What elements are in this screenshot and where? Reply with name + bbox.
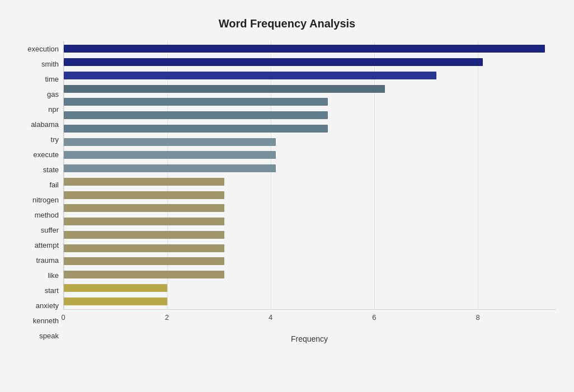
bar-row bbox=[64, 108, 556, 122]
bar bbox=[64, 151, 276, 159]
chart-title: Word Frequency Analysis bbox=[18, 17, 556, 30]
y-label: try bbox=[18, 132, 59, 147]
y-axis: executionsmithtimegasnpralabamatryexecut… bbox=[18, 41, 63, 343]
bar bbox=[64, 138, 276, 146]
bar bbox=[64, 231, 224, 239]
bar-row bbox=[64, 122, 556, 135]
y-label: trauma bbox=[18, 253, 59, 268]
bar-row bbox=[64, 242, 556, 255]
bar bbox=[64, 191, 224, 199]
x-tick: 6 bbox=[372, 313, 376, 322]
bar bbox=[64, 85, 385, 93]
x-axis-label: Frequency bbox=[63, 334, 556, 343]
y-label: state bbox=[18, 162, 59, 177]
chart-area: executionsmithtimegasnpralabamatryexecut… bbox=[18, 41, 556, 343]
bar bbox=[64, 257, 224, 265]
bar-row bbox=[64, 281, 556, 295]
bars-inner bbox=[64, 41, 556, 309]
y-label: time bbox=[18, 72, 59, 87]
chart-container: Word Frequency Analysis executionsmithti… bbox=[7, 6, 567, 386]
y-label: alabama bbox=[18, 117, 59, 132]
bar bbox=[64, 204, 224, 212]
x-tick: 8 bbox=[476, 313, 479, 322]
y-label: anxiety bbox=[18, 298, 59, 313]
bar-row bbox=[64, 255, 556, 268]
bar bbox=[64, 271, 224, 278]
y-label: method bbox=[18, 207, 59, 223]
x-tick: 2 bbox=[165, 313, 169, 322]
y-label: fail bbox=[18, 177, 59, 192]
bar bbox=[64, 178, 224, 186]
x-axis: 02468 bbox=[63, 310, 556, 332]
bars-area bbox=[63, 41, 556, 310]
bar-row bbox=[64, 188, 556, 202]
y-label: speak bbox=[18, 328, 59, 343]
y-label: kenneth bbox=[18, 313, 59, 328]
bar bbox=[64, 244, 224, 252]
bar bbox=[64, 98, 328, 106]
bar bbox=[64, 284, 167, 292]
bar-row bbox=[64, 55, 556, 69]
bar bbox=[64, 58, 483, 66]
bar bbox=[64, 164, 276, 172]
bar-row bbox=[64, 96, 556, 109]
y-label: gas bbox=[18, 87, 59, 102]
bar-row bbox=[64, 202, 556, 215]
bar-row bbox=[64, 42, 556, 56]
bar bbox=[64, 111, 328, 119]
bar bbox=[64, 45, 545, 53]
bar-row bbox=[64, 215, 556, 228]
y-label: execute bbox=[18, 147, 59, 162]
y-label: execution bbox=[18, 41, 59, 56]
y-label: start bbox=[18, 283, 59, 298]
bar bbox=[64, 218, 224, 225]
y-label: npr bbox=[18, 102, 59, 117]
bar-row bbox=[64, 175, 556, 188]
bar bbox=[64, 72, 436, 79]
bar-row bbox=[64, 69, 556, 82]
y-label: smith bbox=[18, 56, 59, 72]
x-tick: 0 bbox=[61, 313, 65, 322]
bars-and-xaxis: 02468 Frequency bbox=[63, 41, 556, 343]
bar bbox=[64, 297, 167, 305]
x-tick: 4 bbox=[269, 313, 272, 322]
bar-row bbox=[64, 228, 556, 242]
y-label: nitrogen bbox=[18, 192, 59, 207]
y-label: like bbox=[18, 268, 59, 283]
bar-row bbox=[64, 268, 556, 281]
y-label: attempt bbox=[18, 238, 59, 253]
bar-row bbox=[64, 295, 556, 308]
bar-row bbox=[64, 82, 556, 96]
bar-row bbox=[64, 149, 556, 162]
bar bbox=[64, 125, 328, 133]
bar-row bbox=[64, 162, 556, 175]
bar-row bbox=[64, 135, 556, 149]
y-label: suffer bbox=[18, 223, 59, 238]
